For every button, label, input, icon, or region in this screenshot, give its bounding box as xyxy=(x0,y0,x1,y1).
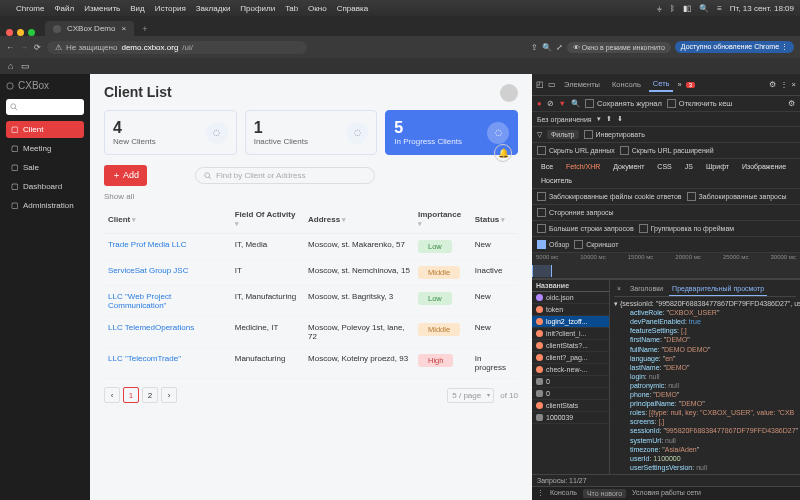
sidebar-item-administration[interactable]: ▢Administration xyxy=(6,197,84,214)
json-row[interactable]: patronymic: null xyxy=(614,381,796,390)
table-row[interactable]: Trade Prof Media LLCIT, MediaMoscow, st.… xyxy=(104,234,518,260)
drawer-console-tab[interactable]: Консоль xyxy=(550,489,577,498)
console-drawer-icon[interactable]: ⋮ xyxy=(537,489,544,498)
hide-data-urls-checkbox[interactable]: Скрыть URL данных xyxy=(537,146,615,155)
json-row[interactable]: userSettingsVersion: null xyxy=(614,463,796,472)
avatar[interactable] xyxy=(500,84,518,102)
sidebar-search[interactable] xyxy=(6,99,84,115)
page-2[interactable]: 2 xyxy=(142,387,158,403)
reload-button[interactable]: ⟳ xyxy=(34,43,41,52)
col-client[interactable]: Client ▾ xyxy=(104,205,231,234)
window-close-icon[interactable] xyxy=(6,29,13,36)
filter-icon[interactable]: ▾ xyxy=(501,216,505,223)
filter-type-2[interactable]: Документ xyxy=(609,162,648,171)
search-network-icon[interactable]: 🔍 xyxy=(571,99,580,108)
record-icon[interactable]: ● xyxy=(537,99,542,108)
page-next[interactable]: › xyxy=(161,387,177,403)
reading-list-icon[interactable]: ▭ xyxy=(21,61,30,71)
client-link[interactable]: LLC "TelecomTrade" xyxy=(104,348,231,379)
group-frame-checkbox[interactable]: Группировка по фреймам xyxy=(639,224,734,233)
tab-console[interactable]: Консоль xyxy=(608,78,645,91)
menu-file[interactable]: Файл xyxy=(54,4,74,13)
share-icon[interactable]: ⇪ xyxy=(531,43,538,52)
json-row[interactable]: devPanelEnabled: true xyxy=(614,317,796,326)
json-row[interactable]: activeRole: "CXBOX_USER" xyxy=(614,308,796,317)
table-row[interactable]: LLC TelemedOperationsMedicine, ITMoscow,… xyxy=(104,317,518,348)
table-row[interactable]: LLC "TelecomTrade"ManufacturingMoscow, K… xyxy=(104,348,518,379)
json-row[interactable]: lastName: "DEMO" xyxy=(614,363,796,372)
json-row[interactable]: featureSettings: [,] xyxy=(614,326,796,335)
filter-toggle-icon[interactable]: ▼ xyxy=(559,99,566,108)
json-row[interactable]: phone: "DEMO" xyxy=(614,390,796,399)
upload-icon[interactable]: ⬆ xyxy=(606,115,612,123)
summary-card[interactable]: 1Inactive Clients◌ xyxy=(245,110,378,155)
client-link[interactable]: LLC "Web Project Communication" xyxy=(104,286,231,317)
page-size-select[interactable]: 5 / page xyxy=(447,388,494,403)
page-1[interactable]: 1 xyxy=(123,387,139,403)
json-row[interactable]: systemUrl: null xyxy=(614,436,796,445)
col-address[interactable]: Address ▾ xyxy=(304,205,414,234)
client-link[interactable]: Trade Prof Media LLC xyxy=(104,234,231,260)
more-tabs-icon[interactable]: » xyxy=(677,80,681,89)
menu-profiles[interactable]: Профили xyxy=(240,4,275,13)
add-button[interactable]: ＋ Add xyxy=(104,165,147,186)
close-devtools-icon[interactable]: × xyxy=(792,80,796,89)
request-row[interactable]: init?client_i... xyxy=(532,328,609,340)
menu-chrome[interactable]: Chrome xyxy=(16,4,44,13)
menu-help[interactable]: Справка xyxy=(337,4,368,13)
filter-icon[interactable]: ▾ xyxy=(418,220,422,227)
filter-type-4[interactable]: JS xyxy=(681,162,697,171)
tab-elements[interactable]: Элементы xyxy=(560,78,604,91)
blocked-cookies-checkbox[interactable]: Заблокированные файлы cookie ответов xyxy=(537,192,682,201)
preserve-log-checkbox[interactable]: Сохранять журнал xyxy=(585,99,662,108)
json-row[interactable]: principalName: "DEMO" xyxy=(614,399,796,408)
menu-edit[interactable]: Изменить xyxy=(84,4,120,13)
json-row[interactable]: language: "en" xyxy=(614,354,796,363)
filter-icon[interactable]: ▾ xyxy=(342,216,346,223)
col-importance[interactable]: Importance ▾ xyxy=(414,205,471,234)
page-prev[interactable]: ‹ xyxy=(104,387,120,403)
inspect-icon[interactable]: ◰ xyxy=(536,80,544,89)
request-row[interactable]: client?_pag... xyxy=(532,352,609,364)
update-banner[interactable]: Доступно обновление Chrome ⋮ xyxy=(675,41,794,53)
client-link[interactable]: LLC TelemedOperations xyxy=(104,317,231,348)
request-row[interactable]: login2_tzoff... xyxy=(532,316,609,328)
show-all-link[interactable]: Show all xyxy=(104,192,518,201)
col-status[interactable]: Status ▾ xyxy=(471,205,518,234)
whats-new-tab[interactable]: Что нового xyxy=(583,489,626,498)
menu-tab[interactable]: Tab xyxy=(285,4,298,13)
overview-checkbox[interactable]: Обзор xyxy=(537,240,569,249)
big-rows-checkbox[interactable]: Большие строки запросов xyxy=(537,224,634,233)
json-root[interactable]: ▾ {sessionId: "995820F68838477867DF79FFD… xyxy=(614,299,796,308)
json-row[interactable]: timezone: "Asia/Aden" xyxy=(614,445,796,454)
request-row[interactable]: 0 xyxy=(532,388,609,400)
blocked-req-checkbox[interactable]: Заблокированные запросы xyxy=(687,192,787,201)
network-conditions-tab[interactable]: Условия работы сети xyxy=(632,489,701,498)
menu-window[interactable]: Окно xyxy=(308,4,327,13)
detail-tab-headers[interactable]: Заголовки xyxy=(627,282,666,296)
request-row[interactable]: 0 xyxy=(532,376,609,388)
window-min-icon[interactable] xyxy=(17,29,24,36)
request-row[interactable]: check-new-... xyxy=(532,364,609,376)
json-row[interactable]: login: null xyxy=(614,372,796,381)
control-center-icon[interactable]: ≡ xyxy=(717,4,722,13)
close-tab-icon[interactable]: × xyxy=(121,24,126,33)
client-link[interactable]: ServiceSat Group JSC xyxy=(104,260,231,286)
json-row[interactable]: roles: [{type: null, key: "CXBOX_USER", … xyxy=(614,408,796,417)
request-row[interactable]: clientStats?... xyxy=(532,340,609,352)
summary-card[interactable]: 4New Clients◌ xyxy=(104,110,237,155)
third-party-checkbox[interactable]: Сторонние запросы xyxy=(537,208,614,217)
filter-type-1[interactable]: Fetch/XHR xyxy=(562,162,604,171)
filter-icon[interactable]: ▾ xyxy=(132,216,136,223)
translate-icon[interactable]: ⤢ xyxy=(556,43,563,52)
window-max-icon[interactable] xyxy=(28,29,35,36)
sidebar-item-meeting[interactable]: ▢Meeting xyxy=(6,140,84,157)
sidebar-item-sale[interactable]: ▢Sale xyxy=(6,159,84,176)
filter-icon[interactable]: ▾ xyxy=(235,220,239,227)
clear-icon[interactable]: ⊘ xyxy=(547,99,554,108)
json-row[interactable]: screens: [,] xyxy=(614,417,796,426)
download-icon[interactable]: ⬇ xyxy=(617,115,623,123)
tab-network[interactable]: Сеть xyxy=(649,77,674,92)
close-detail-icon[interactable]: × xyxy=(614,282,624,296)
filter-type-7[interactable]: Носитель xyxy=(537,176,576,185)
